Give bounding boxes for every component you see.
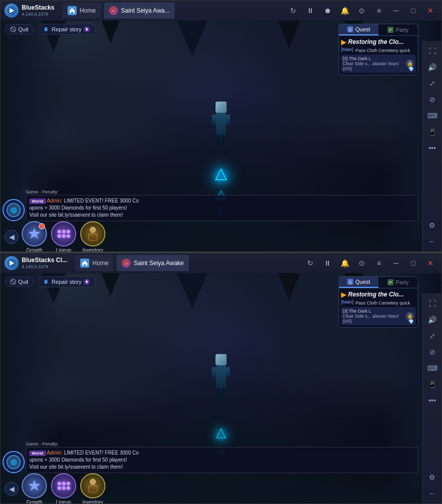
repair-button-1[interactable]: Repair story: [38, 24, 96, 35]
quest-tab-quest-1[interactable]: Q Quest: [339, 24, 378, 35]
sidebar-fullscreen-2[interactable]: ⤢: [425, 329, 439, 343]
close-btn-1[interactable]: ✕: [423, 4, 437, 18]
pause-btn-1[interactable]: ⏸: [303, 4, 317, 18]
chat-area-2: Game - Penalty: World Admin: LIMITED EVE…: [26, 441, 418, 473]
quest-title-row-1: ▶ Restoring the Clo...: [341, 38, 416, 46]
quest-panel-1: Q Quest P Party ▶ Restoring the Clo... […: [339, 24, 418, 75]
nav-lineup-1[interactable]: Lineup: [51, 221, 76, 252]
inventory-label-2: Inventory: [82, 499, 103, 504]
quest-desc-text-1: Pass Cloth Cemetery quick: [356, 48, 411, 53]
close-btn-2[interactable]: ✕: [423, 256, 437, 270]
menu-btn-1[interactable]: ≡: [372, 4, 386, 18]
titlebar-controls-1: ↻ ⏸ ⏺ 🔔 ⊙ ≡ ─ □ ✕: [286, 4, 437, 18]
party-tab-label-1: Party: [396, 27, 409, 33]
camera-btn-1[interactable]: ⊙: [355, 4, 369, 18]
tab-home-2[interactable]: Home: [75, 255, 114, 271]
nav-back-btn-2[interactable]: ◀: [5, 482, 19, 496]
inv-body-1: [88, 233, 97, 240]
restore-btn-2[interactable]: □: [406, 256, 420, 270]
quit-button-2[interactable]: Quit: [5, 277, 34, 287]
quest-tabs-2: Q Quest P Party: [339, 277, 418, 288]
restore-btn-1[interactable]: □: [406, 4, 420, 18]
bell-btn-1[interactable]: 🔔: [338, 4, 352, 18]
minimize-btn-1[interactable]: ─: [389, 4, 403, 18]
char-legs-1: [218, 135, 224, 145]
bluestacks-window-2: BlueStacks Cl... 4.140.0.1079 Home ⚔ Sai…: [0, 252, 442, 504]
repair-label-1: Repair story: [51, 26, 81, 32]
repair-extra-icon-2: [83, 278, 90, 285]
nav-back-btn-1[interactable]: ◀: [5, 230, 19, 244]
refresh-btn-2[interactable]: ↻: [303, 256, 317, 270]
quest-tab-label-2: Quest: [355, 279, 370, 285]
minimize-btn-2[interactable]: ─: [389, 256, 403, 270]
bluestacks-window-1: BlueStacks 4.140.0.1079 Home ⚔ Saint Sei…: [0, 0, 442, 252]
lineup-dot-5: [62, 234, 66, 238]
bottom-nav-2: ◀ Growth: [1, 474, 422, 503]
nav-lineup-2[interactable]: Lineup: [51, 473, 76, 504]
game-viewport-1[interactable]: ▲ ▲ ▲ Quit Repair story: [1, 21, 441, 251]
chat-area-1: Game - Penalty: World Admin: LIMITED EVE…: [26, 189, 418, 221]
game-character-1: [211, 102, 231, 142]
nav-growth-2[interactable]: Growth: [22, 473, 47, 504]
chat-line3-1: Visit our site bit.ly/ssaevent to claim …: [29, 212, 123, 218]
tab-home-1[interactable]: Home: [63, 3, 101, 19]
menu-btn-2[interactable]: ≡: [372, 256, 386, 270]
nav-inventory-1[interactable]: Inventory: [80, 221, 105, 252]
app-title-1: BlueStacks: [22, 4, 54, 11]
sidebar-back-1[interactable]: ←: [425, 234, 439, 248]
quest-tabs-1: Q Quest P Party: [339, 24, 418, 36]
quit-button-1[interactable]: Quit: [5, 24, 34, 34]
repair-icon-1: [43, 26, 49, 32]
quest-main-tag-2: [Main]: [341, 299, 354, 306]
record-btn-1[interactable]: ⏺: [320, 4, 335, 18]
pause-btn-2[interactable]: ⏸: [320, 256, 335, 270]
sidebar-keyboard-2[interactable]: ⌨: [425, 361, 439, 375]
app-title-2: BlueStacks Cl...: [22, 257, 67, 264]
quest-sub-title-2: [3] The Dark L: [343, 309, 414, 314]
sidebar-fullscreen-1[interactable]: ⤢: [425, 76, 439, 90]
sidebar-back-2[interactable]: ←: [425, 486, 439, 500]
game-viewport-2[interactable]: ▲ ▲ Quit Repair story: [1, 273, 441, 503]
tab-game-2[interactable]: ⚔ Saint Seiya Awake: [117, 255, 189, 271]
sidebar-volume-2[interactable]: 🔊: [425, 313, 439, 327]
quest-tab-quest-2[interactable]: Q Quest: [339, 277, 378, 288]
mic-indicator-1[interactable]: 🌐: [3, 199, 25, 221]
repair-button-2[interactable]: Repair story: [38, 276, 96, 287]
sidebar-volume-1[interactable]: 🔊: [425, 60, 439, 74]
inv-body-2: [88, 485, 97, 492]
nav-growth-1[interactable]: ! Growth: [22, 221, 47, 252]
sidebar-nosign-1[interactable]: ⊘: [425, 92, 439, 107]
world-icon-1: 🌐: [7, 203, 21, 217]
bluestacks-logo-2: [5, 256, 19, 270]
quest-tab-party-1[interactable]: P Party: [378, 24, 418, 35]
lineup-icon-wrap-1: [51, 221, 76, 246]
world-icon-2: 🌐: [7, 455, 21, 469]
lineup-shape-1: [57, 229, 71, 239]
mic-indicator-2[interactable]: 🌐: [3, 451, 25, 473]
growth-icon-wrap-1: !: [22, 221, 47, 246]
nav-inventory-2[interactable]: Inventory: [80, 473, 105, 504]
sidebar-phone-1[interactable]: 📱: [425, 125, 439, 139]
sidebar-nosign-2[interactable]: ⊘: [425, 345, 439, 359]
quest-tab-party-2[interactable]: P Party: [378, 277, 418, 288]
tab-game-1[interactable]: ⚔ Saint Seiya Awa...: [104, 3, 175, 19]
tab-home-label-1: Home: [80, 7, 96, 14]
sidebar-expand-2[interactable]: ⛶: [425, 296, 439, 311]
sidebar-more-2[interactable]: •••: [425, 393, 439, 408]
camera-btn-2[interactable]: ⊙: [355, 256, 369, 270]
bottom-nav-1: ◀ ! Growth: [1, 222, 422, 251]
sidebar-settings-2[interactable]: ⚙: [425, 470, 439, 484]
chat-world-badge-1: World: [29, 198, 46, 204]
gem-icon-1: 💎: [408, 67, 414, 72]
sidebar-phone-2[interactable]: 📱: [425, 377, 439, 391]
sidebar-settings-1[interactable]: ⚙: [425, 218, 439, 232]
sidebar-more-1[interactable]: •••: [425, 141, 439, 155]
refresh-btn-1[interactable]: ↻: [286, 4, 300, 18]
svg-marker-5: [28, 228, 40, 239]
inventory-label-1: Inventory: [82, 247, 103, 252]
titlebar-2: BlueStacks Cl... 4.140.0.1079 Home ⚔ Sai…: [1, 253, 441, 273]
sidebar-expand-1[interactable]: ⛶: [425, 44, 439, 58]
repair-icon-2: [43, 279, 49, 285]
bell-btn-2[interactable]: 🔔: [338, 256, 352, 270]
sidebar-keyboard-1[interactable]: ⌨: [425, 109, 439, 123]
